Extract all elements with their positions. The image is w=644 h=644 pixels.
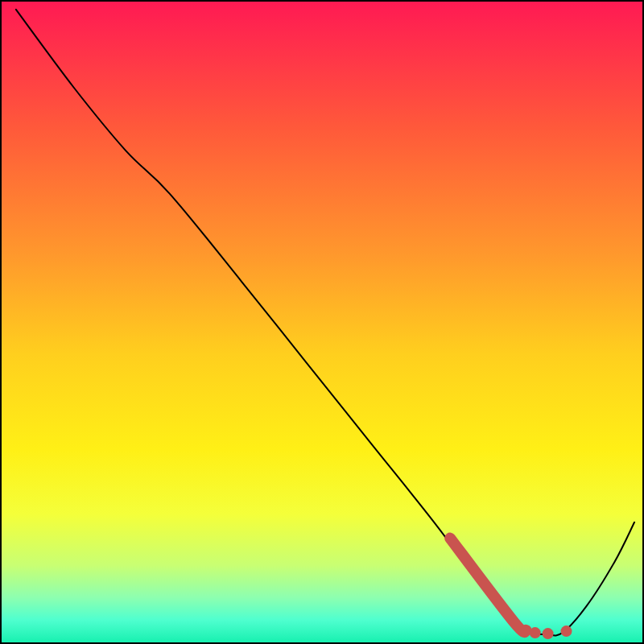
dot-1 xyxy=(530,627,541,638)
chart-frame: TheBottleneck.com xyxy=(0,0,644,644)
chart-canvas xyxy=(2,2,642,642)
dot-2 xyxy=(543,628,554,639)
dot-3 xyxy=(561,625,572,637)
gradient-background xyxy=(2,2,642,642)
